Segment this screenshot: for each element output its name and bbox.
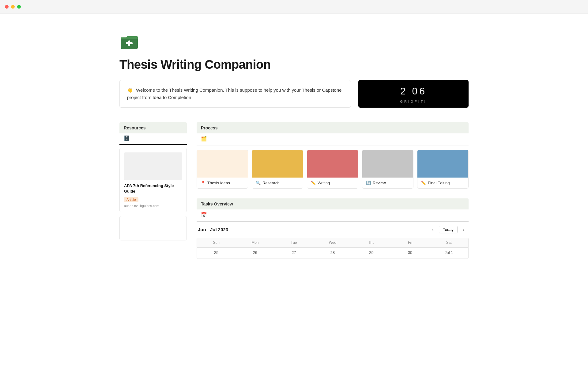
editing-card-top [417,150,468,178]
thesis-label: Thesis Ideas [207,181,230,185]
research-card-top [252,150,303,178]
day-header-sun: Sun [197,238,236,247]
welcome-box: 👋 Welcome to the Thesis Writing Companio… [119,80,351,108]
resource-title: APA 7th Referencing Style Guide [124,183,182,194]
main-content: Thesis Writing Companion 👋 Welcome to th… [95,13,493,271]
research-label: Research [262,181,280,185]
page-icon [119,32,139,52]
calendar-date-range: Jun - Jul 2023 [198,227,228,232]
editing-label: Final Editing [428,181,450,185]
cal-date-29[interactable]: 29 [352,247,391,259]
calendar-nav: Jun - Jul 2023 ‹ Today › [197,226,469,233]
main-area: Process 🗂️ 📍 Thesis Ideas [197,122,469,259]
minimize-button[interactable] [11,5,15,9]
calendar-header-row: Sun Mon Tue Wed Thu Fri Sat [197,238,468,247]
editing-icon: ✏️ [421,181,426,185]
editing-card-bottom: ✏️ Final Editing [417,178,468,188]
titlebar [0,0,588,13]
writing-card-bottom: ✏️ Writing [307,178,358,188]
resource-card-2 [119,216,187,240]
process-header: Process [197,122,469,133]
thesis-card-top [197,150,248,178]
resource-tag: Article [124,197,138,202]
writing-icon: ✏️ [311,181,316,185]
day-header-mon: Mon [236,238,275,247]
thesis-icon: 📍 [201,181,205,185]
cal-date-26[interactable]: 26 [236,247,275,259]
cal-date-27[interactable]: 27 [274,247,313,259]
research-icon: 🔍 [256,181,261,185]
review-icon: 🔄 [366,181,371,185]
database-icon[interactable]: 🗄️ [124,135,130,141]
gridfiti-time: 2 06 [400,86,427,97]
resources-icon-bar: 🗄️ [119,133,187,145]
review-label: Review [373,181,386,185]
writing-card-top [307,150,358,178]
tasks-header: Tasks Overview [197,198,469,209]
calendar-grid: Sun Mon Tue Wed Thu Fri Sat 25 26 27 28 … [197,238,469,259]
process-card-writing[interactable]: ✏️ Writing [307,150,358,189]
writing-label: Writing [318,181,330,185]
day-header-sat: Sat [429,238,468,247]
calendar-icon[interactable]: 📅 [201,212,207,217]
calendar-next-button[interactable]: › [460,226,467,233]
close-button[interactable] [5,5,9,9]
research-card-bottom: 🔍 Research [252,178,303,188]
two-column-layout: Resources 🗄️ APA 7th Referencing Style G… [119,122,469,259]
tasks-section: Tasks Overview 📅 Jun - Jul 2023 ‹ Today … [197,198,469,259]
cal-date-jul1[interactable]: Jul 1 [429,247,468,259]
day-header-thu: Thu [352,238,391,247]
cal-date-28[interactable]: 28 [313,247,352,259]
cal-date-30[interactable]: 30 [391,247,430,259]
calendar-dates-row: 25 26 27 28 29 30 Jul 1 [197,247,468,259]
resource-card-image [124,152,182,180]
process-section: Process 🗂️ 📍 Thesis Ideas [197,122,469,189]
process-card-editing[interactable]: ✏️ Final Editing [417,150,469,189]
wave-emoji: 👋 [127,87,133,93]
svg-rect-2 [126,42,133,44]
resource-card-apa[interactable]: APA 7th Referencing Style Guide Article … [119,148,187,212]
page-title: Thesis Writing Companion [119,58,469,71]
thesis-card-bottom: 📍 Thesis Ideas [197,178,248,188]
cal-date-25[interactable]: 25 [197,247,236,259]
day-header-wed: Wed [313,238,352,247]
day-header-tue: Tue [274,238,313,247]
calendar-prev-button[interactable]: ‹ [429,226,436,233]
gridfiti-widget: 2 06 GRIDFITI [358,80,469,108]
process-cards: 📍 Thesis Ideas 🔍 Research [197,150,469,189]
welcome-text: Welcome to the Thesis Writing Companion.… [127,87,342,100]
process-card-review[interactable]: 🔄 Review [362,150,413,189]
day-header-fri: Fri [391,238,430,247]
gridfiti-label: GRIDFITI [400,100,427,103]
review-card-top [362,150,413,178]
kanban-icon[interactable]: 🗂️ [201,136,207,141]
tasks-icon-bar: 📅 [197,209,469,221]
welcome-row: 👋 Welcome to the Thesis Writing Companio… [119,80,469,108]
resources-header: Resources [119,122,187,133]
review-card-bottom: 🔄 Review [362,178,413,188]
resources-sidebar: Resources 🗄️ APA 7th Referencing Style G… [119,122,187,259]
process-card-thesis[interactable]: 📍 Thesis Ideas [197,150,248,189]
process-card-research[interactable]: 🔍 Research [252,150,303,189]
maximize-button[interactable] [17,5,21,9]
resource-url: aut.ac.nz.libguides.com [124,204,182,208]
today-button[interactable]: Today [439,226,458,233]
process-icon-bar: 🗂️ [197,133,469,145]
calendar-nav-controls: ‹ Today › [429,226,467,233]
